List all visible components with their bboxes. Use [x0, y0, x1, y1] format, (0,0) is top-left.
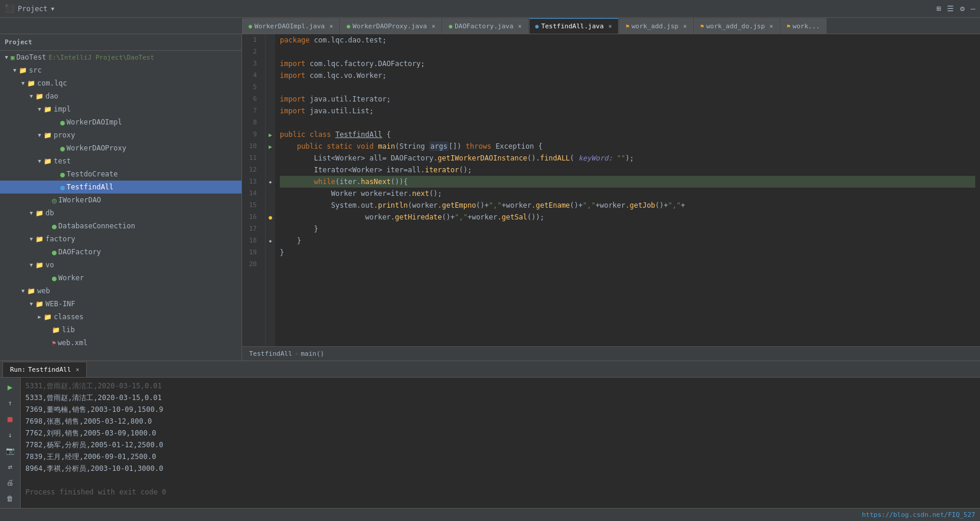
sidebar-item-testdocreate[interactable]: ● TestdoCreate: [0, 168, 241, 181]
arrow-test: ▼: [35, 158, 44, 164]
tab-close-work-add-jsp[interactable]: ×: [683, 23, 687, 30]
gutter-14: [266, 188, 275, 199]
sidebar-item-daotest[interactable]: ▼ ▣ DaoTest E:\IntelliJ Project\DaoTest: [0, 51, 241, 64]
run-wrap-button[interactable]: ⇄: [4, 461, 16, 473]
tab-label-work-add-jsp: work_add.jsp: [632, 22, 678, 30]
gutter-4: [266, 70, 275, 81]
run-tab-close[interactable]: ×: [76, 366, 79, 373]
status-right: https://blog.csdn.net/FIQ_527: [862, 511, 975, 519]
ln-16: 16: [247, 211, 260, 223]
tab-TestfindAll[interactable]: ● TestfindAll.java ×: [529, 18, 619, 34]
settings-icon[interactable]: ⚙: [960, 4, 965, 13]
run-down-button[interactable]: ↓: [4, 429, 16, 440]
output-area: 5331,曾雨赵,清洁工,2020-03-15,0.01 5333,曾雨赵,清洁…: [21, 378, 980, 508]
sidebar-item-testfindall[interactable]: ● TestfindAll: [0, 181, 241, 194]
sidebar-item-iworkerdao[interactable]: ◎ IWorkerDAO: [0, 194, 241, 207]
ln-9: 9: [247, 129, 260, 140]
sidebar-item-webxml[interactable]: ⚑ web.xml: [0, 336, 241, 349]
tab-close-work-add-do-jsp[interactable]: ×: [770, 23, 773, 30]
sidebar-item-webinf[interactable]: ▼ 📁 WEB-INF: [0, 297, 241, 310]
code-line-15: System.out.println(worker.getEmpno()+","…: [280, 199, 975, 211]
sidebar-item-impl[interactable]: ▼ 📁 impl: [0, 103, 241, 116]
ln-15: 15: [247, 199, 260, 211]
tab-close-WorkerDAOProxy[interactable]: ×: [432, 23, 435, 30]
sidebar-item-classes[interactable]: ▶ 📁 classes: [0, 310, 241, 323]
run-play-button[interactable]: ▶: [4, 381, 16, 392]
output-line-3: 7698,张惠,销售,2005-03-12,800.0: [25, 415, 975, 427]
folder-icon-src: 📁: [19, 67, 27, 74]
gutter-5: [266, 81, 275, 93]
tab-close-WorkerDAOImpl[interactable]: ×: [329, 23, 333, 30]
tab-WorkerDAOProxy[interactable]: ● WorkerDAOProxy.java ×: [340, 18, 442, 34]
sidebar-item-comlqc[interactable]: ▼ 📁 com.lqc: [0, 77, 241, 90]
minimize-icon[interactable]: —: [971, 4, 975, 13]
sidebar-item-lib[interactable]: 📁 lib: [0, 323, 241, 336]
output-line-8: [25, 474, 975, 486]
run-camera-button[interactable]: 📷: [4, 445, 16, 457]
run-tab[interactable]: Run: TestfindAll ×: [2, 362, 87, 377]
ln-12: 12: [247, 164, 260, 176]
code-view[interactable]: 1 2 3 4 5 6 7 8 9 10 11 12 13 14 15 16 1: [242, 34, 980, 346]
tab-work-add-jsp[interactable]: ⚑ work_add.jsp ×: [619, 18, 694, 34]
sidebar-item-src[interactable]: ▼ 📁 src: [0, 64, 241, 77]
sidebar-item-db[interactable]: ▼ 📁 db: [0, 207, 241, 219]
sidebar-item-factory[interactable]: ▼ 📁 factory: [0, 232, 241, 245]
label-lib: lib: [62, 326, 75, 334]
code-line-5: [280, 81, 975, 93]
sidebar-item-dao[interactable]: ▼ 📁 dao: [0, 90, 241, 103]
tab-label-TestfindAll: TestfindAll.java: [541, 22, 604, 30]
tab-work-add-do-jsp[interactable]: ⚑ work_add_do.jsp ×: [694, 18, 779, 34]
dropdown-icon[interactable]: ▼: [51, 6, 54, 12]
tab-DAOFactory[interactable]: ● DAOFactory.java ×: [442, 18, 528, 34]
code-line-2: [280, 46, 975, 58]
file-icon-workerdaoimpl: ●: [60, 118, 65, 127]
label-databaseconnection: DatabaseConnection: [58, 222, 135, 230]
sidebar-title: Project: [5, 38, 32, 46]
run-stop-button[interactable]: ■: [4, 413, 16, 424]
grid-icon[interactable]: ⊞: [937, 4, 942, 13]
main-layout: Project ▼ ▣ DaoTest E:\IntelliJ Project\…: [0, 34, 980, 361]
label-proxy: proxy: [54, 131, 75, 139]
output-line-9: Process finished with exit code 0: [25, 486, 975, 498]
menu-icon[interactable]: ☰: [947, 4, 954, 13]
sidebar-item-workerdaoimpl[interactable]: ● WorkerDAOImpl: [0, 116, 241, 129]
sidebar-item-databaseconnection[interactable]: ● DatabaseConnection: [0, 219, 241, 232]
label-vo: vo: [45, 261, 54, 269]
sidebar-item-web[interactable]: ▼ 📁 web: [0, 284, 241, 297]
code-lines[interactable]: package com.lqc.dao.test; import com.lqc…: [275, 34, 980, 346]
sidebar-tree[interactable]: ▼ ▣ DaoTest E:\IntelliJ Project\DaoTest …: [0, 51, 241, 361]
sidebar-item-daofactory[interactable]: ● DAOFactory: [0, 245, 241, 258]
ln-4: 4: [247, 70, 260, 81]
sidebar-item-proxy[interactable]: ▼ 📁 proxy: [0, 129, 241, 142]
sidebar-header: Project: [0, 34, 241, 51]
sidebar-item-worker[interactable]: ● Worker: [0, 271, 241, 284]
sidebar-item-vo[interactable]: ▼ 📁 vo: [0, 258, 241, 271]
gutter-1: [266, 34, 275, 46]
label-iworkerdao: IWorkerDAO: [58, 196, 101, 204]
run-up-button[interactable]: ↑: [4, 397, 16, 408]
ln-6: 6: [247, 93, 260, 105]
label-daofactory: DAOFactory: [58, 248, 101, 256]
sidebar-item-test[interactable]: ▼ 📁 test: [0, 155, 241, 168]
editor-area: 1 2 3 4 5 6 7 8 9 10 11 12 13 14 15 16 1: [242, 34, 980, 361]
tab-bar: ● WorkerDAOImpl.java × ● WorkerDAOProxy.…: [0, 18, 980, 34]
gutter-13: ◆: [266, 176, 275, 188]
sidebar-item-workerdaoproxy[interactable]: ● WorkerDAOProxy: [0, 142, 241, 155]
editor-content[interactable]: 1 2 3 4 5 6 7 8 9 10 11 12 13 14 15 16 1: [242, 34, 980, 346]
ln-1: 1: [247, 34, 260, 46]
tab-close-TestfindAll[interactable]: ×: [609, 23, 612, 30]
folder-icon-proxy: 📁: [44, 132, 52, 139]
tab-work-more[interactable]: ⚑ work...: [780, 18, 827, 34]
label-workerdaoproxy: WorkerDAOProxy: [67, 144, 126, 152]
run-trash-button[interactable]: 🗑: [4, 493, 16, 504]
run-print-button[interactable]: 🖨: [4, 477, 16, 489]
bottom-tab-bar: Run: TestfindAll ×: [0, 361, 980, 378]
tab-WorkerDAOImpl[interactable]: ● WorkerDAOImpl.java ×: [242, 18, 339, 34]
label-dao: dao: [45, 92, 58, 100]
tab-close-DAOFactory[interactable]: ×: [518, 23, 522, 30]
file-icon-daofactory: ●: [52, 248, 57, 257]
title-bar-left: ⬛ Project ▼: [5, 4, 54, 13]
file-icon-webxml: ⚑: [52, 339, 56, 347]
output-line-7: 8964,李祺,分析员,2003-10-01,3000.0: [25, 463, 975, 474]
output-line-1: 5333,曾雨赵,清洁工,2020-03-15,0.01: [25, 392, 975, 404]
